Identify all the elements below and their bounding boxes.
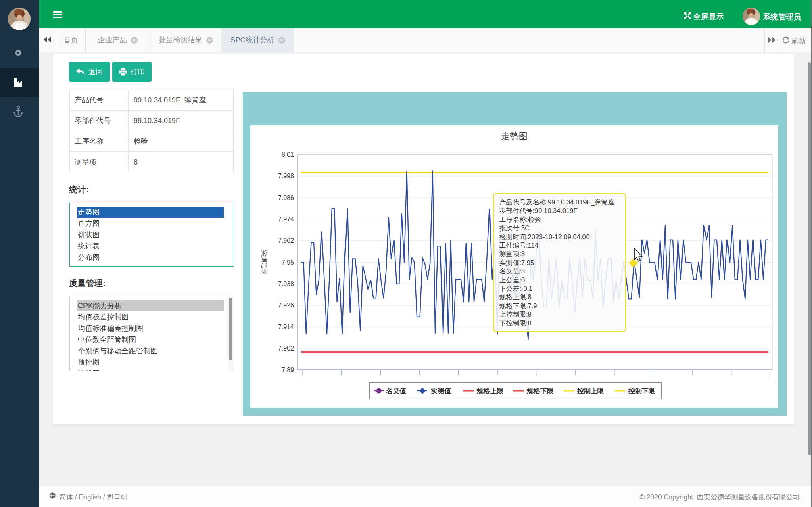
svg-text:7.986: 7.986: [278, 194, 294, 201]
svg-text:规格下限:7.9: 规格下限:7.9: [499, 302, 537, 309]
svg-text:下公差:-0.1: 下公差:-0.1: [499, 285, 533, 292]
svg-text:7.974: 7.974: [278, 216, 294, 223]
svg-text:控制下限: 控制下限: [628, 387, 655, 394]
svg-text:7.95: 7.95: [282, 259, 294, 266]
svg-text:名义值:8: 名义值:8: [499, 267, 525, 275]
svg-text:走势图: 走势图: [501, 131, 528, 141]
svg-text:名义值: 名义值: [386, 387, 406, 394]
svg-text:实测值:7.95: 实测值:7.95: [499, 259, 534, 266]
svg-text:检测时间:2023-10-12 09:04:00: 检测时间:2023-10-12 09:04:00: [499, 233, 590, 240]
svg-text:7.914: 7.914: [278, 323, 294, 330]
svg-text:上公差:0: 上公差:0: [499, 276, 525, 284]
svg-text:批次号:5C: 批次号:5C: [499, 224, 530, 232]
svg-text:产品代号及名称:99.10.34.019F_弹簧座: 产品代号及名称:99.10.34.019F_弹簧座: [499, 198, 615, 206]
svg-text:7.938: 7.938: [278, 280, 294, 287]
svg-text:工序名称:检验: 工序名称:检验: [499, 216, 541, 223]
svg-text:8.01: 8.01: [282, 151, 294, 158]
svg-text:7.89: 7.89: [282, 367, 294, 373]
svg-text:7.998: 7.998: [278, 173, 294, 179]
svg-text:下控制限:8: 下控制限:8: [499, 319, 532, 327]
svg-text:测量项:8: 测量项:8: [499, 250, 525, 257]
svg-text:7.902: 7.902: [278, 345, 294, 352]
svg-text:零部件代号:99.10.34.019F: 零部件代号:99.10.34.019F: [499, 207, 578, 214]
svg-text:工件编号:114: 工件编号:114: [499, 242, 539, 249]
svg-text:7.926: 7.926: [278, 302, 294, 309]
svg-text:控制上限: 控制上限: [577, 387, 604, 394]
svg-text:上控制限:8: 上控制限:8: [499, 311, 532, 318]
svg-text:规格下限: 规格下限: [526, 387, 554, 394]
svg-text:规格上限: 规格上限: [476, 387, 504, 394]
svg-text:规格上限:8: 规格上限:8: [499, 293, 532, 300]
svg-text:7.962: 7.962: [278, 237, 294, 244]
svg-text:实测值: 实测值: [431, 387, 451, 395]
svg-text:实测范围: 实测范围: [261, 250, 268, 274]
